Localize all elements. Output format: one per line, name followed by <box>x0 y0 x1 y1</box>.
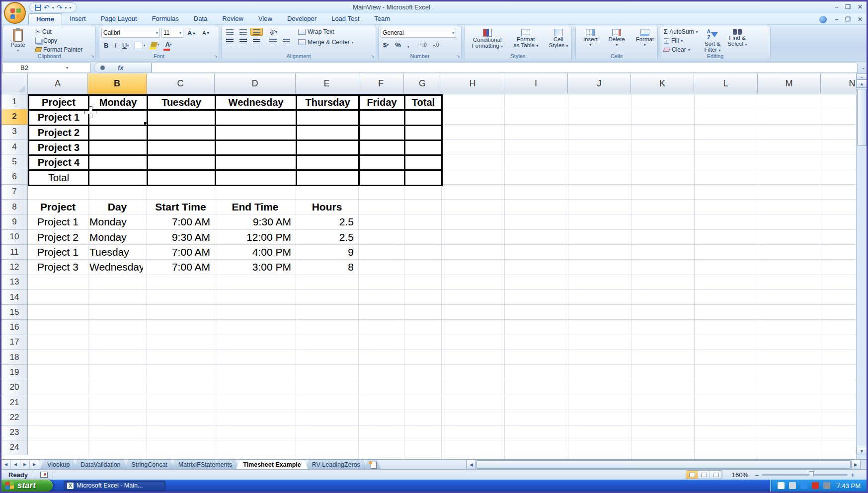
ribbon-tab-data[interactable]: Data <box>186 13 215 25</box>
ribbon-tab-insert[interactable]: Insert <box>62 13 93 25</box>
redo-button[interactable]: ↷ <box>57 4 63 11</box>
scroll-down-icon[interactable]: ▼ <box>857 447 867 455</box>
cell-C11[interactable]: 7:00 AM <box>147 245 215 260</box>
help-icon[interactable] <box>819 16 827 23</box>
comma-style-button[interactable]: , <box>405 40 412 50</box>
font-dialog-launcher-icon[interactable]: ↘ <box>214 54 218 59</box>
cell-D4[interactable] <box>216 140 297 155</box>
taskbar-excel-button[interactable]: X Microsoft Excel - Main... <box>64 481 165 491</box>
scroll-left-icon[interactable]: ◀ <box>467 460 476 469</box>
column-header-H[interactable]: H <box>441 73 504 94</box>
cell-F6[interactable] <box>359 170 405 185</box>
cell-A3[interactable]: Project 2 <box>29 125 89 140</box>
cell-G3[interactable] <box>405 125 442 140</box>
column-header-C[interactable]: C <box>147 73 215 94</box>
messenger-icon[interactable] <box>800 482 807 489</box>
align-right-button[interactable] <box>250 38 263 45</box>
cell-E3[interactable] <box>297 125 359 140</box>
format-painter-button[interactable]: Format Painter <box>34 46 84 54</box>
scroll-right-icon[interactable]: ▶ <box>851 460 861 469</box>
ribbon-tab-formulas[interactable]: Formulas <box>145 13 186 25</box>
cell-B9[interactable]: Monday <box>88 214 147 229</box>
number-dialog-launcher-icon[interactable]: ↘ <box>456 54 460 59</box>
column-header-A[interactable]: A <box>28 73 88 94</box>
last-sheet-icon[interactable]: ▶ <box>30 460 39 469</box>
column-header-F[interactable]: F <box>358 73 404 94</box>
sort-filter-button[interactable]: AZ Sort &Filter ▾ <box>703 28 723 55</box>
cell-F1[interactable]: Friday <box>359 95 405 110</box>
ribbon-tab-review[interactable]: Review <box>215 13 251 25</box>
redo-dropdown-icon[interactable]: ▾ <box>65 5 67 10</box>
paste-button[interactable]: Paste ▾ <box>5 28 31 55</box>
cell-C1[interactable]: Tuesday <box>148 95 216 110</box>
start-button[interactable]: start <box>1 480 53 492</box>
page-layout-view-button[interactable] <box>698 471 710 479</box>
cell-F5[interactable] <box>359 155 405 170</box>
cell-F2[interactable] <box>359 110 405 125</box>
cell-E8[interactable]: Hours <box>296 200 358 214</box>
cell-B12[interactable]: Wednesday <box>88 260 147 275</box>
cell-E4[interactable] <box>297 140 359 155</box>
workbook-minimize-button[interactable]: – <box>835 16 838 23</box>
cell-A2[interactable]: Project 1 <box>29 110 89 125</box>
cell-D8[interactable]: End Time <box>215 200 296 214</box>
expand-formula-bar-icon[interactable]: ⌄ <box>862 65 866 70</box>
align-center-button[interactable] <box>237 38 249 45</box>
cell-F3[interactable] <box>359 125 405 140</box>
cell-G2[interactable] <box>405 110 442 125</box>
cell-B3[interactable] <box>89 125 148 140</box>
row-header-5[interactable]: 5 <box>1 154 28 169</box>
cell-B11[interactable]: Tuesday <box>88 245 147 260</box>
cell-B8[interactable]: Day <box>88 200 147 214</box>
zoom-level[interactable]: 160% <box>732 471 748 479</box>
row-header-20[interactable]: 20 <box>1 380 28 395</box>
cell-B6[interactable] <box>89 170 148 185</box>
workbook-restore-button[interactable]: ❐ <box>845 16 851 23</box>
close-button[interactable]: ✕ <box>858 3 863 10</box>
sheet-tab-datavalidation[interactable]: DataValidation <box>74 460 127 469</box>
vertical-scrollbar[interactable]: ⌄ ▲ ▼ <box>856 73 867 459</box>
sheet-tab-rv-leadingzeros[interactable]: RV-LeadingZeros <box>305 460 367 469</box>
undo-dropdown-icon[interactable]: ▾ <box>52 5 54 10</box>
zoom-slider-thumb[interactable] <box>809 471 814 478</box>
column-header-M[interactable]: M <box>758 73 821 94</box>
row-header-4[interactable]: 4 <box>1 140 28 154</box>
select-all-corner[interactable] <box>1 73 28 94</box>
number-format-combo[interactable]: General▾ <box>381 28 456 38</box>
first-sheet-icon[interactable]: ◀ <box>1 460 11 469</box>
qat-customize-icon[interactable]: ▾ <box>70 5 72 10</box>
vertical-scroll-thumb[interactable] <box>857 89 867 146</box>
copy-button[interactable]: Copy <box>34 37 84 45</box>
cell-D3[interactable] <box>216 125 297 140</box>
cell-E9[interactable]: 2.5 <box>296 214 358 229</box>
security-shield-icon[interactable] <box>812 482 819 489</box>
cell-E11[interactable]: 9 <box>296 245 358 260</box>
format-as-table-button[interactable]: Formatas Table ▾ <box>511 28 540 50</box>
clipboard-dialog-launcher-icon[interactable]: ↘ <box>90 54 94 59</box>
shrink-font-button[interactable]: A▼ <box>200 28 212 38</box>
cell-D2[interactable] <box>216 110 297 125</box>
cell-D9[interactable]: 9:30 AM <box>215 214 296 229</box>
row-header-13[interactable]: 13 <box>1 275 28 290</box>
column-header-I[interactable]: I <box>504 73 568 94</box>
name-box[interactable]: B2 ▾ <box>2 63 91 73</box>
previous-sheet-icon[interactable]: ◀ <box>11 460 20 469</box>
vmware-tray-icon[interactable] <box>823 482 830 489</box>
orientation-button[interactable]: ab▾ <box>267 28 280 36</box>
ribbon-tab-developer[interactable]: Developer <box>280 13 324 25</box>
delete-cells-button[interactable]: Delete▾ <box>607 28 627 49</box>
middle-align-button[interactable] <box>237 28 249 36</box>
save-icon[interactable] <box>35 4 41 11</box>
cell-D1[interactable]: Wednesday <box>216 95 297 110</box>
cell-E10[interactable]: 2.5 <box>296 230 358 245</box>
system-update-icon[interactable] <box>778 482 785 489</box>
row-header-18[interactable]: 18 <box>1 350 28 365</box>
align-left-button[interactable] <box>224 38 236 45</box>
vertical-split-handle[interactable]: ⌄ <box>857 73 867 79</box>
row-header-11[interactable]: 11 <box>1 245 28 260</box>
horizontal-scrollbar[interactable]: ◀ ▶ <box>466 460 867 470</box>
cell-G6[interactable] <box>405 170 442 185</box>
minimize-button[interactable]: – <box>835 3 838 10</box>
sheet-tab-timesheet-example[interactable]: Timesheet Example <box>236 460 308 469</box>
cell-A5[interactable]: Project 4 <box>29 155 89 170</box>
